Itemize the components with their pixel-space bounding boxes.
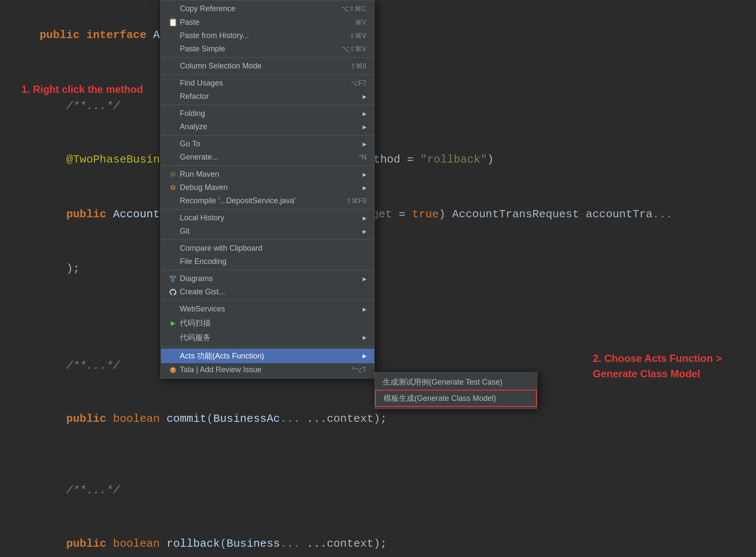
paste-icon: 📋 [169, 18, 177, 27]
github-icon [169, 289, 177, 296]
code-line-annotation: @TwoPhaseBusinessAction(name = "...", co… [13, 133, 743, 187]
step2-annotation: 2. Choose Acts Function >Generate Class … [593, 351, 722, 382]
submenu-item-generate-test-case[interactable]: 生成测试用例(Generate Test Case) [375, 374, 537, 390]
menu-item-refactor[interactable]: Refactor [161, 90, 374, 103]
menu-item-webservices[interactable]: WebServices [161, 302, 374, 316]
menu-item-diagrams[interactable]: Diagrams [161, 272, 374, 285]
code-line-rollback: public boolean rollback(Business... ...c… [13, 517, 743, 557]
step1-annotation: 1. Right click the method [21, 81, 143, 99]
separator-3 [161, 105, 374, 105]
context-menu: Copy Reference ⌥⇧⌘C 📋 Paste ⌘V Paste fro… [161, 0, 375, 379]
menu-item-folding[interactable]: Folding [161, 107, 374, 120]
menu-item-create-gist[interactable]: Create Gist... [161, 285, 374, 299]
code-line-comment3: /**...*/ [13, 464, 743, 517]
acts-function-submenu: 生成测试用例(Generate Test Case) 模板生成(Generate… [375, 372, 537, 409]
menu-item-file-encoding[interactable]: File Encoding [161, 255, 374, 268]
separator-10 [161, 347, 374, 347]
menu-item-copy-reference[interactable]: Copy Reference ⌥⇧⌘C [161, 2, 374, 15]
code-line-blank2 [13, 296, 743, 314]
menu-item-run-maven[interactable]: ⚙ Run Maven [161, 168, 374, 181]
menu-item-debug-maven[interactable]: ⚙ Debug Maven [161, 181, 374, 194]
code-line-method: public AccountTransResult credit ... // … [13, 187, 743, 243]
separator-4 [161, 135, 374, 136]
separator-9 [161, 300, 374, 301]
menu-item-recompile[interactable]: Recompile '...DepositService.java' ⇧⌘F9 [161, 194, 374, 207]
run-maven-icon: ⚙ [169, 170, 177, 178]
separator-7 [161, 240, 374, 240]
code-line-paren: ); [13, 243, 743, 296]
svg-rect-0 [170, 276, 172, 278]
menu-item-code-scan[interactable]: ▶ 代码扫描 [161, 316, 374, 330]
menu-item-code-service[interactable]: 代码服务 [161, 330, 374, 345]
menu-item-git[interactable]: Git [161, 225, 374, 238]
menu-item-compare-clipboard[interactable]: Compare with Clipboard [161, 242, 374, 255]
svg-rect-2 [172, 280, 174, 281]
menu-item-local-history[interactable]: Local History [161, 211, 374, 225]
submenu-item-generate-class-model[interactable]: 模板生成(Generate Class Model) [375, 390, 537, 407]
separator-6 [161, 209, 374, 210]
tala-icon: T [169, 367, 177, 373]
separator-8 [161, 270, 374, 270]
menu-item-acts-function[interactable]: Acts 功能(Acts Function) [161, 349, 374, 363]
separator-1 [161, 57, 374, 58]
code-line-1: public interface AcctDepositService { [13, 9, 743, 62]
code-line-blank1 [13, 62, 743, 80]
menu-item-paste-history[interactable]: Paste from History... ⇧⌘V [161, 29, 374, 42]
menu-item-find-usages[interactable]: Find Usages ⌥F7 [161, 77, 374, 90]
debug-maven-icon: ⚙ [169, 184, 177, 192]
code-editor: public interface AcctDepositService { /*… [0, 0, 756, 557]
menu-item-tala-review[interactable]: T Tala | Add Review Issue ^⌥T [161, 363, 374, 376]
menu-item-paste-simple[interactable]: Paste Simple ⌥⇧⌘V [161, 42, 374, 56]
code-line-blank3 [13, 446, 743, 464]
menu-item-analyze[interactable]: Analyze [161, 120, 374, 133]
menu-item-generate[interactable]: Generate... ^N [161, 151, 374, 164]
svg-rect-1 [173, 276, 176, 278]
separator-5 [161, 166, 374, 166]
play-icon: ▶ [169, 320, 177, 326]
menu-item-column-selection[interactable]: Column Selection Mode ⇧⌘8 [161, 59, 374, 73]
menu-item-goto[interactable]: Go To [161, 137, 374, 151]
separator-2 [161, 74, 374, 75]
menu-item-paste[interactable]: 📋 Paste ⌘V [161, 15, 374, 29]
svg-text:T: T [172, 368, 174, 373]
diagrams-icon [169, 276, 177, 282]
